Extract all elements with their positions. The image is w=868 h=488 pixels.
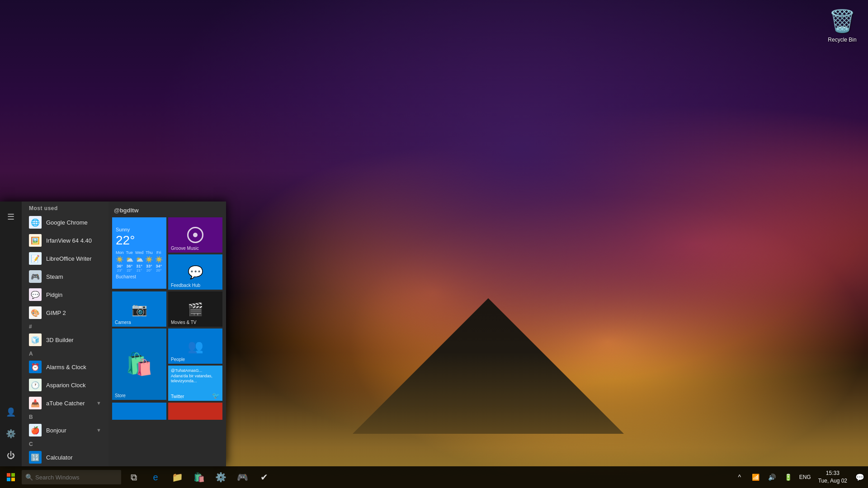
tiles-grid: Sunny 22° Mon ☀️ 36° 23° Tue ⛅ 36° 22°	[112, 217, 222, 420]
recycle-bin-icon: 🗑️	[828, 7, 857, 36]
taskview-btn[interactable]: ⧉	[123, 466, 145, 488]
bonjour-icon: 🍎	[29, 424, 42, 436]
weather-day-wed-icon: ⛅	[136, 256, 143, 263]
weather-day-tue: Tue ⛅ 36° 22°	[126, 250, 133, 272]
search-input[interactable]	[22, 470, 121, 484]
calc-icon: 🔢	[29, 451, 42, 464]
weather-day-thu-label: Thu	[146, 250, 153, 255]
irfan-label: IrfanView 64 4.40	[46, 237, 101, 244]
weather-day-wed-label: Wed	[135, 250, 143, 255]
tile-bottom-blue[interactable]	[112, 403, 166, 420]
start-item-alarms[interactable]: ⏰ Alarms & Clock	[22, 358, 108, 376]
tile-movies[interactable]: 🎬 Movies & TV	[168, 291, 222, 327]
todo-icon: ✔	[259, 472, 269, 483]
system-tray: ^ 📶 🔊 🔋 ENG 15:33 Tue, Aug 02 💬	[731, 466, 868, 488]
start-nav: ☰ 👤 ⚙️ ⏻	[0, 202, 22, 466]
c-label: C	[22, 439, 108, 448]
pidgin-icon: 💬	[29, 288, 42, 301]
store-label: Store	[115, 393, 126, 398]
weather-day-wed: Wed ⛅ 31° 21°	[135, 250, 143, 272]
svg-rect-1	[11, 473, 15, 477]
start-item-asparion[interactable]: 🕐 Asparion Clock	[22, 376, 108, 394]
start-item-chrome[interactable]: 🌐 Google Chrome	[22, 213, 108, 231]
alarms-icon: ⏰	[29, 361, 42, 373]
volume-icon: 🔊	[768, 474, 776, 481]
settings-taskbar-btn[interactable]: ⚙️	[210, 466, 231, 488]
start-item-libre[interactable]: 📝 LibreOffice Writer	[22, 249, 108, 267]
tray-language[interactable]: ENG	[797, 466, 814, 488]
tray-clock[interactable]: 15:33 Tue, Aug 02	[814, 466, 852, 488]
windows-icon	[7, 473, 15, 481]
settings-icon: ⚙️	[215, 472, 226, 483]
recycle-bin-label: Recycle Bin	[828, 37, 856, 43]
tile-twitter[interactable]: @TuhatAmasG... Adana'da bir vatandas, te…	[168, 366, 222, 401]
store-icon: 🛍️	[126, 352, 153, 377]
start-item-pidgin[interactable]: 💬 Pidgin	[22, 286, 108, 304]
a-label: A	[22, 349, 108, 358]
svg-rect-0	[7, 473, 10, 477]
start-item-atube[interactable]: 📥 aTube Catcher ▼	[22, 394, 108, 412]
tile-bottom-red[interactable]	[168, 403, 222, 420]
start-item-bonjour[interactable]: 🍎 Bonjour ▼	[22, 421, 108, 439]
tile-groove[interactable]: Groove Music	[168, 217, 222, 253]
twitter-icon: 🐦	[212, 392, 220, 399]
start-hamburger-btn[interactable]: ☰	[0, 206, 22, 228]
start-power-btn[interactable]: ⏻	[0, 445, 22, 466]
steam-label: Steam	[46, 273, 101, 280]
people-icon: 👥	[188, 339, 203, 354]
hash-label: #	[22, 322, 108, 331]
start-menu-left: ☰ 👤 ⚙️ ⏻ Most used 🌐 Google Chrome 🖼️ Ir…	[0, 202, 108, 466]
steam-icon: 🎮	[29, 270, 42, 283]
network-icon: 📶	[752, 474, 760, 481]
most-used-label: Most used	[22, 202, 108, 213]
battery-icon: 🔋	[784, 474, 792, 481]
todo-taskbar-btn[interactable]: ✔	[253, 466, 275, 488]
tray-network[interactable]: 📶	[748, 466, 764, 488]
calc-label: Calculator	[46, 454, 101, 461]
tile-store[interactable]: 🛍️ Store	[112, 328, 166, 400]
bonjour-arrow: ▼	[96, 427, 101, 433]
libre-label: LibreOffice Writer	[46, 255, 101, 262]
asparion-icon: 🕐	[29, 379, 42, 391]
edge-icon: e	[150, 472, 161, 483]
start-item-3dbuilder[interactable]: 🧊 3D Builder	[22, 331, 108, 349]
tile-people[interactable]: 👥 People	[168, 328, 222, 364]
pidgin-label: Pidgin	[46, 291, 101, 298]
tile-feedback[interactable]: 💬 Feedback Hub	[168, 254, 222, 290]
edge-btn[interactable]: e	[145, 466, 166, 488]
notification-icon: 💬	[855, 473, 864, 482]
weather-condition: Sunny	[116, 227, 130, 232]
svg-rect-2	[7, 478, 10, 481]
start-item-steam[interactable]: 🎮 Steam	[22, 267, 108, 286]
tray-volume[interactable]: 🔊	[764, 466, 780, 488]
store-taskbar-btn[interactable]: 🛍️	[188, 466, 210, 488]
weather-temp: 22°	[116, 233, 135, 248]
start-user-btn[interactable]: 👤	[0, 401, 22, 423]
start-button[interactable]	[0, 466, 22, 488]
explorer-btn[interactable]: 📁	[166, 466, 188, 488]
weather-day-thu: Thu ☀️ 33° 20°	[145, 250, 153, 272]
weather-day-thu-icon: ☀️	[145, 256, 153, 263]
tray-show-hidden[interactable]: ^	[731, 466, 748, 488]
movies-label: Movies & TV	[171, 320, 197, 325]
tile-weather[interactable]: Sunny 22° Mon ☀️ 36° 23° Tue ⛅ 36° 22°	[112, 217, 166, 289]
start-item-calculator[interactable]: 🔢 Calculator	[22, 448, 108, 466]
people-label: People	[171, 357, 185, 362]
tray-battery[interactable]: 🔋	[780, 466, 797, 488]
b-label: B	[22, 412, 108, 421]
weather-day-fri: Fri ☀️ 34° 20°	[155, 250, 163, 272]
steam-taskbar-btn[interactable]: 🎮	[231, 466, 253, 488]
camera-label: Camera	[115, 320, 131, 325]
recycle-bin[interactable]: 🗑️ Recycle Bin	[826, 5, 859, 45]
start-apps-list: Most used 🌐 Google Chrome 🖼️ IrfanView 6…	[22, 202, 108, 466]
groove-icon	[187, 227, 203, 243]
start-item-irfan[interactable]: 🖼️ IrfanView 64 4.40	[22, 231, 108, 249]
feedback-label: Feedback Hub	[171, 283, 200, 288]
notification-center-btn[interactable]: 💬	[852, 466, 868, 488]
start-item-gimp[interactable]: 🎨 GIMP 2	[22, 304, 108, 322]
feedback-icon: 💬	[188, 265, 203, 280]
taskbar-icons: ⧉ e 📁 🛍️ ⚙️ 🎮 ✔	[123, 466, 275, 488]
start-settings-btn[interactable]: ⚙️	[0, 423, 22, 445]
alarms-label: Alarms & Clock	[46, 364, 101, 371]
tile-camera[interactable]: 📷 Camera	[112, 291, 166, 327]
